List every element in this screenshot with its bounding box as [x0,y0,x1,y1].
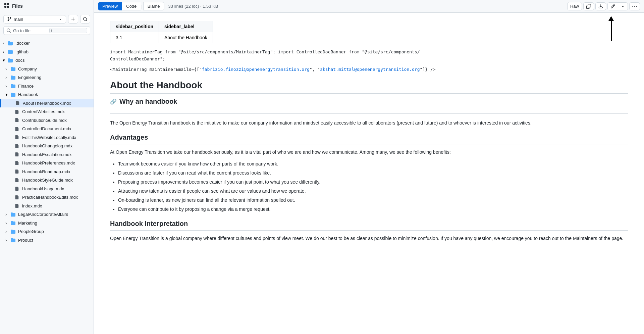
tree-item-index-label: index.mdx [22,203,42,209]
chevron-right-icon: › [5,83,11,90]
list-item: Everyone can contribute to it by proposi… [118,205,628,213]
tree-item-finance-label: Finance [18,83,34,90]
email-link-1[interactable]: fabrizio.finozzi@openenergytransition.or… [202,67,310,72]
file-icon [15,127,21,131]
download-button[interactable] [595,2,606,10]
tree-item-contribution-guide-label: ContributionGuide.mdx [22,117,67,124]
tree-item-handbook-changelog-label: HandbookChangelog.mdx [22,143,72,149]
copy-button[interactable] [583,2,594,10]
edit-button[interactable] [608,3,618,10]
toolbar-actions: Raw [567,2,640,10]
maintainer-middle: ", " [310,67,320,72]
tree-item-handbook-roadmap[interactable]: HandbookRoadmap.mdx [0,168,94,176]
tree-item-contribution-guide[interactable]: ContributionGuide.mdx [0,116,94,125]
tree-item-handbook-escalation[interactable]: HandbookEscalation.mdx [0,150,94,159]
folder-icon [11,221,17,225]
tree-item-marketing[interactable]: › Marketing [0,219,94,228]
file-icon [15,161,21,165]
file-icon [15,135,21,139]
section3-heading: Handbook Interpretation [110,220,628,231]
tree-item-docker[interactable]: › .docker [0,39,94,48]
folder-icon [11,84,17,88]
arrow-annotation [608,16,614,41]
folder-open-icon [8,58,14,63]
file-tree: › .docker › .github ▾ docs › [0,38,94,334]
table-row: 3.1 About the Handbook [110,32,213,43]
file-icon [15,118,21,122]
tree-item-handbook-usage[interactable]: HandbookUsage.mdx [0,185,94,193]
arrow-shaft [611,21,612,41]
tree-item-legal[interactable]: › LegalAndCorporateAffairs [0,210,94,219]
tree-item-finance[interactable]: › Finance [0,82,94,91]
tree-item-engineering-label: Engineering [18,74,41,81]
tree-item-handbook-changelog[interactable]: HandbookChangelog.mdx [0,142,94,150]
file-icon [15,204,21,208]
maintainer-before: <MaintainerTag maintainerEmails={[" [110,67,202,72]
file-icon [15,110,21,114]
chevron-right-icon: › [5,228,11,235]
tab-separator: | [141,4,142,9]
tree-item-handbook-style-guide[interactable]: HandbookStyleGuide.mdx [0,176,94,185]
tree-item-handbook-label: Handbook [18,91,38,98]
tree-item-legal-label: LegalAndCorporateAffairs [18,211,68,218]
table-header-sidebar-label: sidebar_label [159,21,213,32]
goto-file-box[interactable]: Go to file t [3,26,90,35]
branch-button[interactable]: main [3,15,66,23]
tree-item-engineering[interactable]: › Engineering [0,73,94,82]
section2-heading: Advantages [110,134,628,144]
tree-item-edit-locally[interactable]: EditThisWebsiteLocally.mdx [0,133,94,142]
tree-item-product[interactable]: › Product [0,236,94,245]
advantages-list: Teamwork becomes easier if you know how … [118,160,628,213]
table-cell-position: 3.1 [110,32,159,43]
table-header-sidebar-position: sidebar_position [110,21,159,32]
main-heading: About the Handbook [110,80,628,94]
tree-item-github[interactable]: › .github [0,48,94,56]
tree-item-docs[interactable]: ▾ docs [0,56,94,65]
import-line: import MaintainerTag from "@site/src/com… [110,49,628,63]
folder-icon [11,238,17,242]
add-file-button[interactable] [68,15,78,23]
chevron-down-icon: ▾ [3,57,8,64]
section1-heading: Why an handbook [119,98,177,105]
maintainer-after: "]} /> [420,67,436,72]
tree-item-peoplegroup[interactable]: › PeopleGroup [0,227,94,236]
tree-item-index[interactable]: index.mdx [0,202,94,210]
file-icon [15,101,21,105]
link-icon: 🔗 [110,98,117,105]
files-panel-icon [4,3,9,9]
search-shortcut: t [49,28,88,33]
tab-code[interactable]: Code [122,2,141,10]
tree-item-handbook[interactable]: ▾ Handbook [0,90,94,99]
tab-preview[interactable]: Preview [98,2,122,10]
sidebar-header: Files [0,0,94,12]
tree-item-handbook-style-guide-label: HandbookStyleGuide.mdx [22,177,73,184]
main-content: Preview Code | Blame 33 lines (22 loc) ·… [94,0,644,334]
tree-item-company[interactable]: › Company [0,65,94,74]
file-info: 33 lines (22 loc) · 1.53 KB [168,4,566,9]
raw-button[interactable]: Raw [567,2,582,10]
goto-file-label: Go to file [13,28,47,33]
tree-item-github-label: .github [15,49,29,55]
folder-icon [11,229,17,234]
tree-item-about-handbook[interactable]: AboutTheHandbook.mdx [0,99,94,108]
tree-item-controlled-doc[interactable]: ControlledDocument.mdx [0,125,94,133]
file-icon [15,152,21,156]
tree-item-practical-handbook[interactable]: PracticalHandbookEdits.mdx [0,193,94,202]
tree-item-handbook-preferences[interactable]: HandbookPreferences.mdx [0,159,94,168]
tree-item-handbook-roadmap-label: HandbookRoadmap.mdx [22,169,70,175]
table-cell-label: About the Handbook [159,32,213,43]
tree-item-practical-handbook-label: PracticalHandbookEdits.mdx [22,194,78,201]
email-link-2[interactable]: akshat.mittal@openenergytransition.org [320,67,420,72]
edit-dropdown-button[interactable] [618,3,628,10]
tree-item-edit-locally-label: EditThisWebsiteLocally.mdx [22,134,76,141]
search-files-button[interactable] [80,15,90,23]
tab-blame[interactable]: Blame [143,2,164,10]
tab-group: Preview Code | Blame [98,2,164,10]
list-item: On-boarding is leaner, as new joiners ca… [118,196,628,204]
chevron-right-icon: › [5,220,11,227]
file-icon [15,170,21,174]
list-item: Proposing process improvements becomes e… [118,178,628,186]
folder-icon [8,49,14,54]
tree-item-content-websites[interactable]: ContentWebsites.mdx [0,107,94,116]
more-options-button[interactable] [629,2,640,10]
